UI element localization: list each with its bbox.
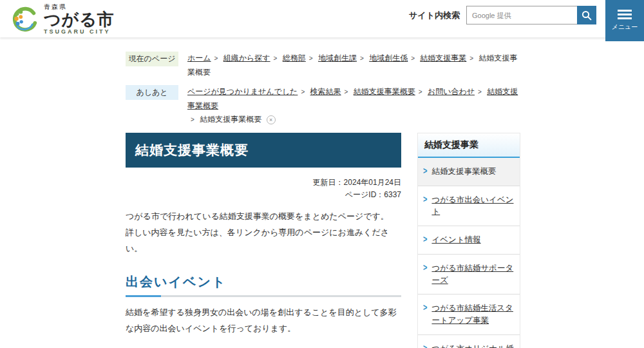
footprints-separator: >	[419, 88, 422, 95]
sidebar-box: 結婚支援事業 > 結婚支援事業概要 > つがる市出会いイベント > イベント情報…	[417, 133, 520, 348]
breadcrumb-link-chiiki-kakari[interactable]: 地域創生係	[369, 53, 408, 63]
breadcrumb-separator: >	[214, 55, 218, 62]
updated-date: 更新日：2024年01月24日	[126, 177, 401, 189]
sidebar-item-startup[interactable]: > つがる市結婚生活スタートアップ事業	[418, 295, 520, 335]
breadcrumb-area: 現在のページ ホーム> 組織から探す> 総務部> 地域創生課> 地域創生係> 結…	[126, 52, 524, 127]
site-search: サイト内検索	[409, 6, 596, 24]
chevron-right-icon: >	[423, 164, 427, 177]
sidebar-title: 結婚支援事業	[418, 133, 520, 158]
page-meta: 更新日：2024年01月24日 ページID：6337	[126, 177, 401, 201]
site-header: 青森県 つがる市 TSUGARU CITY サイト内検索 メニュー	[0, 0, 644, 37]
site-logo[interactable]: 青森県 つがる市 TSUGARU CITY	[9, 3, 115, 35]
main-content: 結婚支援事業概要 更新日：2024年01月24日 ページID：6337 つがる市…	[126, 133, 401, 348]
footprint-link-overview-1[interactable]: 結婚支援事業概要	[354, 87, 415, 96]
sidebar-item-label: イベント情報	[431, 234, 480, 246]
footprints-separator: >	[301, 88, 305, 95]
footprint-link-contact[interactable]: お問い合わせ	[428, 87, 475, 96]
deai-event-text: 結婚を希望する独身男女の出会いの場を創出することを目的として多彩な内容の出会いイ…	[126, 305, 401, 336]
intro-line-2: 詳しい内容を見たい方は、各リンクから専用のページにお進みください。	[126, 225, 401, 256]
breadcrumb-separator: >	[469, 55, 473, 62]
sidebar: 結婚支援事業 > 結婚支援事業概要 > つがる市出会いイベント > イベント情報…	[417, 133, 520, 348]
chevron-right-icon: >	[423, 260, 427, 274]
section-heading-deai-event: 出会いイベント	[126, 273, 401, 297]
sidebar-item-deai-event[interactable]: > つがる市出会いイベント	[418, 186, 520, 227]
city-name: つがる市	[44, 10, 115, 29]
breadcrumb-separator: >	[360, 55, 364, 62]
search-icon	[582, 10, 592, 21]
footprints: あしあと ページが見つかりませんでした> 検索結果> 結婚支援事業概要> お問い…	[126, 85, 524, 127]
footprint-current: 結婚支援事業概要	[200, 115, 261, 124]
intro-line-1: つがる市で行われている結婚支援事業の概要をまとめたページです。	[126, 209, 401, 225]
current-page-tag: 現在のページ	[126, 52, 178, 66]
chevron-right-icon: >	[423, 301, 427, 314]
sidebar-item-label: つがる市オリジナル婚姻届を配布しています！	[431, 343, 515, 348]
sidebar-item-label: 結婚支援事業概要	[431, 166, 496, 178]
intro-paragraph: つがる市で行われている結婚支援事業の概要をまとめたページです。 詳しい内容を見た…	[126, 209, 401, 256]
footprints-tag: あしあと	[126, 85, 178, 100]
sidebar-item-overview[interactable]: > 結婚支援事業概要	[418, 158, 520, 186]
breadcrumb-separator: >	[411, 55, 415, 62]
breadcrumb-link-chiiki-ka[interactable]: 地域創生課	[318, 53, 357, 63]
content-layout: 結婚支援事業概要 更新日：2024年01月24日 ページID：6337 つがる市…	[126, 133, 644, 348]
sidebar-item-supporters[interactable]: > つがる市結婚サポーターズ	[418, 255, 520, 295]
footprints-separator: >	[345, 88, 348, 95]
menu-button[interactable]: メニュー	[605, 0, 644, 41]
breadcrumb-link-kekkon-shien[interactable]: 結婚支援事業	[420, 53, 466, 63]
chevron-right-icon: >	[423, 192, 427, 206]
breadcrumb-separator: >	[274, 55, 278, 62]
page-title: 結婚支援事業概要	[126, 133, 401, 168]
footprints-links: ページが見つかりませんでした> 検索結果> 結婚支援事業概要> お問い合わせ> …	[187, 85, 524, 127]
breadcrumb-link-soumu[interactable]: 総務部	[283, 53, 306, 63]
footprints-separator: >	[191, 116, 194, 123]
page-id: ページID：6337	[126, 189, 401, 201]
logo-text: 青森県 つがる市 TSUGARU CITY	[44, 3, 115, 35]
sidebar-item-event-info[interactable]: > イベント情報	[418, 226, 520, 255]
city-name-en: TSUGARU CITY	[44, 29, 115, 35]
breadcrumb: 現在のページ ホーム> 組織から探す> 総務部> 地域創生課> 地域創生係> 結…	[126, 52, 524, 79]
city-logo-icon	[9, 5, 39, 34]
breadcrumb-links: ホーム> 組織から探す> 総務部> 地域創生課> 地域創生係> 結婚支援事業> …	[187, 52, 524, 79]
sidebar-item-label: つがる市結婚サポーターズ	[431, 262, 515, 287]
search-input[interactable]	[466, 6, 577, 24]
breadcrumb-separator: >	[309, 55, 313, 62]
menu-label: メニュー	[612, 23, 638, 32]
sidebar-item-marriage-form[interactable]: > つがる市オリジナル婚姻届を配布しています！	[418, 335, 520, 348]
footprint-link-notfound[interactable]: ページが見つかりませんでした	[187, 87, 298, 96]
sidebar-item-label: つがる市結婚生活スタートアップ事業	[431, 302, 515, 327]
chevron-right-icon: >	[423, 341, 427, 348]
breadcrumb-link-home[interactable]: ホーム	[187, 53, 211, 63]
footprints-separator: >	[478, 88, 482, 95]
footprint-link-search-results[interactable]: 検索結果	[310, 87, 341, 96]
hamburger-icon	[618, 10, 632, 19]
search-button[interactable]	[577, 6, 596, 24]
chevron-right-icon: >	[423, 233, 427, 246]
remove-footprint-icon[interactable]: ×	[267, 115, 276, 124]
search-label: サイト内検索	[409, 10, 460, 21]
sidebar-list: > 結婚支援事業概要 > つがる市出会いイベント > イベント情報 > つがる市…	[418, 158, 520, 348]
sidebar-item-label: つがる市出会いイベント	[431, 194, 515, 218]
breadcrumb-link-org[interactable]: 組織から探す	[223, 53, 270, 63]
